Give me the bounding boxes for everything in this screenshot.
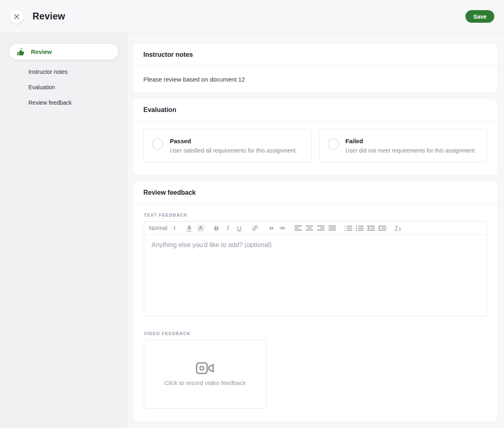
review-feedback-title: Review feedback — [143, 189, 487, 196]
sidebar: Review Instructor notes Evaluation Revie… — [0, 33, 128, 428]
option-failed-label: Failed — [346, 138, 476, 144]
align-justify-button[interactable] — [327, 223, 337, 233]
bullet-list-button[interactable] — [355, 223, 364, 233]
option-failed-description: User did not meet requirements for this … — [346, 147, 476, 154]
clear-formatting-button[interactable]: T✕ — [393, 223, 403, 233]
evaluation-option-passed[interactable]: Passed User satisfied all requirements f… — [143, 129, 312, 162]
code-block-button[interactable]: </> — [277, 223, 287, 233]
blockquote-icon: ” — [269, 224, 273, 232]
outdent-button[interactable] — [366, 223, 376, 233]
video-camera-icon — [196, 362, 214, 375]
evaluation-title: Evaluation — [143, 106, 487, 114]
code-block-icon: </> — [280, 226, 285, 230]
video-feedback-label: VIDEO FEEDBACK — [144, 331, 487, 336]
review-feedback-header: Review feedback — [133, 182, 498, 204]
close-button[interactable] — [10, 10, 24, 24]
background-color-icon: A — [197, 225, 204, 232]
text-color-button[interactable]: A — [184, 223, 194, 233]
blockquote-button[interactable]: ” — [266, 223, 276, 233]
text-feedback-label: TEXT FEEDBACK — [144, 213, 487, 217]
close-icon — [13, 13, 20, 20]
align-right-button[interactable] — [316, 223, 326, 233]
editor-placeholder: Anything else you'd like to add? (option… — [151, 241, 272, 248]
option-passed-label: Passed — [170, 138, 297, 144]
align-left-button[interactable] — [293, 223, 303, 233]
ordered-list-button[interactable]: 123 — [343, 223, 353, 233]
sidebar-item-review-feedback[interactable]: Review feedback — [28, 99, 118, 106]
background-color-button[interactable]: A — [196, 223, 205, 233]
radio-passed[interactable] — [152, 138, 163, 150]
option-passed-description: User satisfied all requirements for this… — [170, 147, 297, 154]
evaluation-card: Evaluation Passed User satisfied all req… — [133, 99, 498, 175]
review-feedback-card: Review feedback TEXT FEEDBACK Normal ▲▼ … — [133, 182, 498, 422]
editor-toolbar: Normal ▲▼ A A B I U — [144, 222, 487, 235]
align-center-icon — [306, 225, 313, 231]
bold-button[interactable]: B — [212, 223, 221, 233]
instructor-notes-header: Instructor notes — [133, 44, 498, 66]
select-caret-icon: ▲▼ — [173, 226, 176, 230]
underline-button[interactable]: U — [234, 223, 244, 233]
indent-button[interactable] — [377, 223, 387, 233]
align-justify-icon — [329, 225, 336, 231]
instructor-notes-title: Instructor notes — [143, 51, 487, 58]
underline-icon: U — [237, 225, 242, 232]
save-button[interactable]: Save — [465, 10, 494, 23]
rich-text-editor: Normal ▲▼ A A B I U — [144, 221, 487, 316]
main-content: Instructor notes Please review based on … — [128, 33, 504, 428]
instructor-notes-text: Please review based on document 12 — [143, 76, 487, 83]
page-title: Review — [32, 11, 65, 22]
evaluation-header: Evaluation — [133, 99, 498, 121]
sidebar-item-label: Review — [31, 48, 52, 55]
sidebar-item-instructor-notes[interactable]: Instructor notes — [28, 69, 118, 75]
italic-icon: I — [227, 224, 229, 232]
radio-failed[interactable] — [328, 138, 339, 150]
link-icon — [251, 224, 259, 232]
bullet-list-icon — [356, 225, 363, 231]
italic-button[interactable]: I — [223, 223, 233, 233]
record-video-button[interactable]: Click to record video feedback — [144, 340, 266, 409]
align-left-icon — [294, 225, 302, 231]
clear-formatting-icon: T✕ — [395, 225, 402, 232]
link-button[interactable] — [250, 223, 260, 233]
evaluation-option-failed[interactable]: Failed User did not meet requirements fo… — [319, 129, 488, 162]
outdent-icon — [367, 225, 375, 231]
header-bar: Review Save — [0, 0, 504, 33]
paragraph-format-value: Normal — [149, 225, 167, 231]
align-center-button[interactable] — [305, 223, 314, 233]
text-feedback-input[interactable]: Anything else you'd like to add? (option… — [144, 235, 487, 316]
sidebar-item-evaluation[interactable]: Evaluation — [28, 84, 118, 90]
bold-icon: B — [214, 225, 219, 232]
instructor-notes-card: Instructor notes Please review based on … — [133, 44, 498, 92]
svg-text:3: 3 — [344, 229, 346, 231]
sidebar-item-review[interactable]: Review — [9, 44, 118, 60]
thumbs-up-icon — [15, 46, 26, 58]
record-video-prompt: Click to record video feedback — [164, 379, 246, 386]
paragraph-format-select[interactable]: Normal ▲▼ — [147, 225, 179, 231]
indent-icon — [379, 225, 386, 231]
align-right-icon — [317, 225, 324, 231]
text-color-icon: A — [187, 225, 191, 232]
ordered-list-icon: 123 — [344, 225, 352, 231]
